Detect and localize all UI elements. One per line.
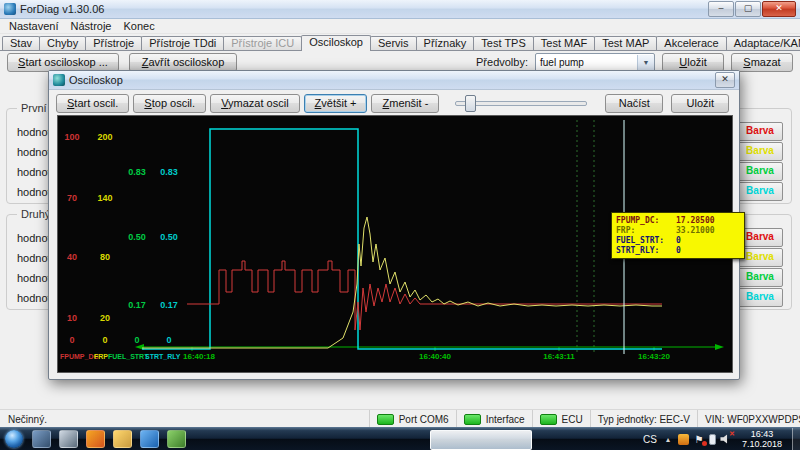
zvetsit-button[interactable]: Zvětšit + bbox=[304, 94, 368, 113]
tab-servis[interactable]: Servis bbox=[370, 36, 417, 50]
start-orb-icon[interactable] bbox=[5, 430, 23, 448]
scope-label: 10 bbox=[67, 313, 77, 323]
scope-label: 70 bbox=[67, 193, 77, 203]
scope-label: FRP bbox=[94, 353, 108, 360]
action-flag-icon[interactable]: ⚑ bbox=[693, 433, 705, 445]
tab-chyby[interactable]: Chyby bbox=[39, 36, 86, 50]
preset-value: fuel pump bbox=[536, 57, 637, 68]
zavrit-osciloskop-button[interactable]: Zavřít osciloskop bbox=[129, 53, 237, 72]
preset-combobox[interactable]: fuel pump ▼ bbox=[535, 53, 655, 72]
vymazat-oscil-button[interactable]: Vymazat oscil bbox=[210, 94, 299, 113]
tooltip-label: FUEL_STRT: bbox=[616, 236, 676, 246]
minimize-button[interactable]: – bbox=[708, 1, 734, 17]
scope-label: 140 bbox=[97, 193, 112, 203]
firefox-browser-icon[interactable] bbox=[86, 430, 105, 448]
scope-label: 0.17 bbox=[160, 300, 178, 310]
scope-label: 16:43:11 bbox=[543, 352, 575, 361]
osciloskop-dialog: Osciloskop ✕ Start oscil.Stop oscil.Vyma… bbox=[48, 70, 740, 380]
status-ecu: ECU bbox=[532, 410, 590, 428]
scope-label: STRT_RLY bbox=[145, 353, 181, 360]
chevron-down-icon[interactable]: ▼ bbox=[637, 55, 654, 70]
scope-label: 16:43:20 bbox=[638, 352, 671, 361]
scope-label: 20 bbox=[100, 313, 110, 323]
tabstrip: StavChybyPřístrojePřístroje TDdiPřístroj… bbox=[0, 34, 800, 51]
scope-label: 0.83 bbox=[160, 167, 178, 177]
menubar: NastaveníNástrojeKonec bbox=[0, 19, 800, 34]
status-port: Port COM6 bbox=[369, 410, 456, 428]
ulozit-button[interactable]: Uložit bbox=[662, 53, 724, 72]
ulozit-oscil-button[interactable]: Uložit bbox=[671, 94, 729, 113]
folder-explorer-icon[interactable] bbox=[113, 430, 132, 448]
tab-adaptace-kam[interactable]: Adaptace/KAM bbox=[726, 36, 800, 50]
app-icon bbox=[4, 3, 16, 15]
menu-item-nastaven[interactable]: Nastavení bbox=[4, 20, 64, 32]
dialog-buttons: Start oscil.Stop oscil.Vymazat oscilZvět… bbox=[56, 94, 439, 113]
tray-icons: ▴⚑✕ bbox=[662, 433, 732, 445]
stop-oscil-button[interactable]: Stop oscil. bbox=[133, 94, 206, 113]
browser-blue-icon[interactable] bbox=[140, 430, 159, 448]
clock-time: 16:43 bbox=[742, 429, 782, 439]
menu-item-konec[interactable]: Konec bbox=[119, 20, 160, 32]
tooltip-value: 0 bbox=[676, 246, 681, 256]
ecu-led-icon bbox=[540, 414, 557, 425]
barva-button[interactable]: Barva bbox=[737, 142, 783, 161]
tab-test-maf[interactable]: Test MAF bbox=[533, 36, 595, 50]
menu-item-n-stroje[interactable]: Nástroje bbox=[66, 20, 117, 32]
start-oscil-button[interactable]: Start oscil. bbox=[56, 94, 129, 113]
scope-label: 0.50 bbox=[128, 232, 146, 242]
app-window-icon[interactable] bbox=[32, 430, 51, 448]
volume-muted-icon[interactable]: ✕ bbox=[720, 433, 732, 445]
barva-button[interactable]: Barva bbox=[737, 162, 783, 181]
close-button[interactable]: ✕ bbox=[762, 1, 796, 17]
tab-p-znaky[interactable]: Příznaky bbox=[416, 36, 475, 50]
clock[interactable]: 16:43 7.10.2018 bbox=[737, 429, 787, 449]
mobile-device-icon[interactable] bbox=[709, 434, 716, 445]
status-interface: Interface bbox=[456, 410, 532, 428]
tab-akcelerace[interactable]: Akcelerace bbox=[656, 36, 726, 50]
dialog-titlebar[interactable]: Osciloskop ✕ bbox=[49, 71, 739, 90]
dialog-title: Osciloskop bbox=[69, 74, 123, 86]
start-osciloskop-button[interactable]: Start osciloskop ... bbox=[7, 53, 119, 72]
zoom-slider[interactable] bbox=[455, 93, 587, 113]
scope-label: 0 bbox=[166, 335, 171, 345]
smazat-button[interactable]: Smazat bbox=[731, 53, 793, 72]
tab-test-tps[interactable]: Test TPS bbox=[473, 36, 533, 50]
tooltip-value: 33.21000 bbox=[676, 226, 715, 236]
tooltip-label: STRT_RLY: bbox=[616, 246, 676, 256]
tab-test-map[interactable]: Test MAP bbox=[594, 36, 657, 50]
presets-cluster: Předvolby: fuel pump ▼ Uložit Smazat bbox=[476, 53, 793, 72]
taskbar-active-window-button[interactable] bbox=[430, 430, 532, 450]
show-desktop-button[interactable] bbox=[792, 428, 800, 450]
tooltip-label: FRP: bbox=[616, 226, 676, 236]
keyboard-layout-icon[interactable] bbox=[678, 434, 689, 445]
hidden-icons-chevron-icon[interactable]: ▴ bbox=[662, 433, 674, 445]
tooltip-row: FUEL_STRT:0 bbox=[616, 236, 740, 246]
scope-label: 0 bbox=[102, 335, 107, 345]
tooltip-label: FPUMP_DC: bbox=[616, 216, 676, 226]
maximize-button[interactable]: ▢ bbox=[735, 1, 761, 17]
zmensit-button[interactable]: Zmenšit - bbox=[371, 94, 439, 113]
status-state: Nečinný. bbox=[0, 414, 369, 425]
dialog-close-button[interactable]: ✕ bbox=[715, 72, 735, 88]
barva-button[interactable]: Barva bbox=[737, 268, 783, 287]
scope-label: 16:40:40 bbox=[419, 352, 452, 361]
tab-p-stroje-tddi[interactable]: Přístroje TDdi bbox=[141, 36, 224, 50]
window-controls: – ▢ ✕ bbox=[708, 1, 796, 17]
interface-led-icon bbox=[464, 414, 481, 425]
media-player-icon[interactable] bbox=[167, 430, 186, 448]
office-app-icon[interactable] bbox=[59, 430, 78, 448]
window-titlebar[interactable]: ForDiag v1.30.06 – ▢ ✕ bbox=[0, 0, 800, 19]
language-indicator[interactable]: CS bbox=[643, 434, 657, 445]
tab-stav[interactable]: Stav bbox=[2, 36, 40, 50]
scope-label: FPUMP_DC bbox=[60, 353, 99, 360]
slider-thumb[interactable] bbox=[465, 95, 476, 112]
nacist-button[interactable]: Načíst bbox=[605, 94, 663, 113]
window-title: ForDiag v1.30.06 bbox=[20, 3, 104, 15]
barva-button[interactable]: Barva bbox=[737, 182, 783, 201]
barva-button[interactable]: Barva bbox=[737, 122, 783, 141]
tab-p-stroje-icu[interactable]: Přístroje ICU bbox=[223, 36, 302, 50]
barva-button[interactable]: Barva bbox=[737, 288, 783, 307]
tab-osciloskop[interactable]: Osciloskop bbox=[301, 35, 371, 51]
tab-p-stroje[interactable]: Přístroje bbox=[85, 36, 142, 50]
tooltip-row: FPUMP_DC:17.28500 bbox=[616, 216, 740, 226]
